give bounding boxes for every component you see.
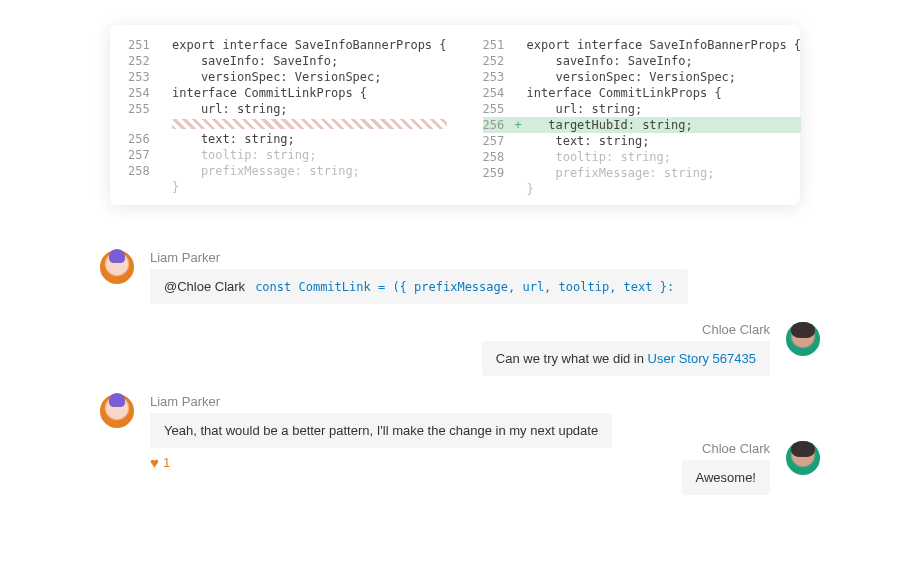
code-line: 254 interface CommitLinkProps {: [483, 85, 802, 101]
comment: Liam Parker@Chloe Clarkconst CommitLink …: [100, 250, 820, 304]
comment: Chloe ClarkCan we try what we did in Use…: [100, 322, 820, 376]
mention[interactable]: @Chloe Clark: [164, 279, 245, 294]
code-line: 258 tooltip: string;: [483, 149, 802, 165]
code-line: 256 text: string;: [128, 131, 447, 147]
code-line: 254 interface CommitLinkProps {: [128, 85, 447, 101]
work-item-link[interactable]: User Story 567435: [648, 351, 756, 366]
code-line: 256+ targetHubId: string;: [483, 117, 802, 133]
avatar[interactable]: [100, 394, 134, 428]
code-line: 257 tooltip: string;: [128, 147, 447, 163]
code-line: 251 export interface SaveInfoBannerProps…: [483, 37, 802, 53]
code-line: 258 prefixMessage: string;: [128, 163, 447, 179]
code-line: 257 text: string;: [483, 133, 802, 149]
diff-old-pane: 251 export interface SaveInfoBannerProps…: [110, 37, 465, 193]
code-line: 253 versionSpec: VersionSpec;: [483, 69, 802, 85]
comment-thread: Liam Parker@Chloe Clarkconst CommitLink …: [100, 250, 820, 513]
diff-gap-indicator: [172, 119, 447, 129]
code-line: 251 export interface SaveInfoBannerProps…: [128, 37, 447, 53]
comment-body: Can we try what we did in User Story 567…: [482, 341, 770, 376]
comment-author: Chloe Clark: [702, 441, 770, 456]
comment-author: Liam Parker: [150, 394, 820, 409]
code-line: 259 prefixMessage: string;: [483, 165, 802, 181]
inline-code: const CommitLink = ({ prefixMessage, url…: [255, 280, 674, 294]
code-line: 252 saveInfo: SaveInfo;: [128, 53, 447, 69]
diff-viewer: 251 export interface SaveInfoBannerProps…: [110, 25, 800, 205]
comment-text: Can we try what we did in: [496, 351, 648, 366]
comment-author: Liam Parker: [150, 250, 820, 265]
avatar[interactable]: [786, 441, 820, 475]
comment: Chloe ClarkAwesome!: [100, 441, 820, 495]
code-line: 255 url: string;: [128, 101, 447, 117]
comment-text: Yeah, that would be a better pattern, I'…: [164, 423, 598, 438]
diff-new-pane: 251 export interface SaveInfoBannerProps…: [465, 37, 820, 193]
avatar[interactable]: [786, 322, 820, 356]
code-line: 253 versionSpec: VersionSpec;: [128, 69, 447, 85]
code-line: }: [128, 179, 447, 195]
code-line: 255 url: string;: [483, 101, 802, 117]
comment-text: Awesome!: [696, 470, 756, 485]
comment-author: Chloe Clark: [702, 322, 770, 337]
code-line: }: [483, 181, 802, 197]
comment-body: Awesome!: [682, 460, 770, 495]
avatar[interactable]: [100, 250, 134, 284]
code-line: 252 saveInfo: SaveInfo;: [483, 53, 802, 69]
comment-body: @Chloe Clarkconst CommitLink = ({ prefix…: [150, 269, 688, 304]
